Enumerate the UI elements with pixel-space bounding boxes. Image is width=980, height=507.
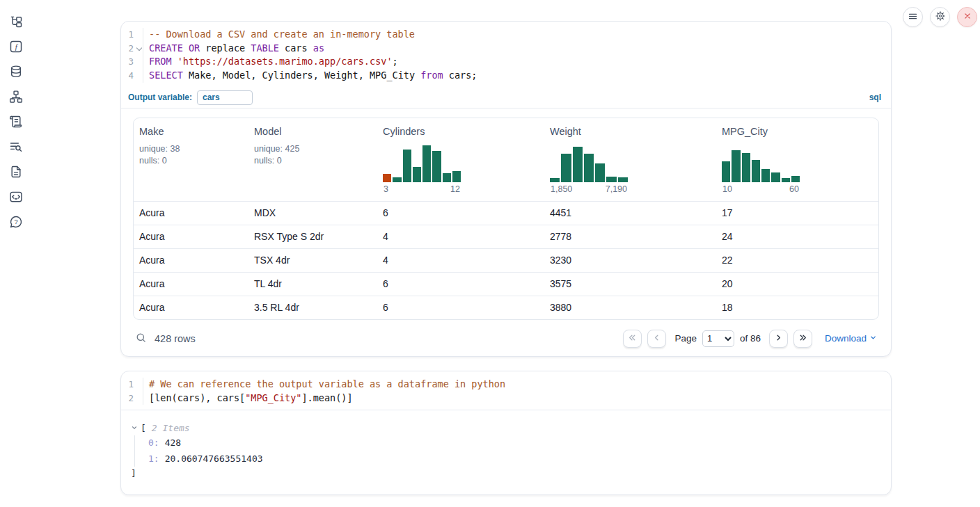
code-line[interactable]: 1-- Download a CSV and create an in-memo…: [121, 28, 891, 42]
menu-button[interactable]: [903, 7, 923, 27]
code-line[interactable]: 2CREATE OR replace TABLE cars as: [121, 42, 891, 56]
output-variable-label: Output variable:: [128, 92, 192, 102]
table-row: AcuraRSX Type S 2dr4277824: [134, 225, 878, 248]
chevrons-right-icon: [798, 333, 807, 344]
column-histogram: [722, 145, 800, 182]
cell-language-badge: sql: [869, 92, 881, 102]
page-select[interactable]: 1: [702, 330, 734, 347]
table-cell: 3.5 RL 4dr: [248, 296, 377, 319]
data-table: Makeunique: 38nulls: 0Modelunique: 425nu…: [133, 118, 879, 320]
scroll-icon: [9, 115, 23, 131]
sidebar-item-scratchpad[interactable]: [9, 115, 23, 129]
first-page-button[interactable]: [623, 330, 642, 348]
sidebar-item-logs[interactable]: [9, 140, 23, 154]
svg-text:?: ?: [14, 218, 17, 225]
table-cell: 18: [716, 296, 878, 319]
helper-sidebar: f ?: [0, 0, 32, 507]
table-cell: TSX 4dr: [248, 249, 377, 272]
notebook-actions: [903, 7, 977, 27]
output-variable-input[interactable]: [197, 90, 253, 105]
tree-collapse-toggle[interactable]: [131, 424, 138, 431]
column-header-make[interactable]: Makeunique: 38nulls: 0: [134, 118, 248, 201]
tree-item: 0:428: [148, 435, 878, 451]
code-line[interactable]: 2[len(cars), cars["MPG_City"].mean()]: [121, 392, 891, 405]
code-line[interactable]: 3FROM 'https://datasets.marimo.app/cars.…: [121, 55, 891, 69]
sidebar-item-help[interactable]: ?: [9, 216, 23, 230]
sql-cell: 1-- Download a CSV and create an in-memo…: [120, 21, 892, 357]
code-line[interactable]: 1# We can reference the output variable …: [121, 378, 891, 392]
table-cell: 20: [716, 273, 878, 296]
sql-cell-output: Makeunique: 38nulls: 0Modelunique: 425nu…: [121, 108, 891, 351]
tree-open-bracket: [: [141, 423, 146, 433]
table-row: AcuraMDX6445117: [134, 201, 878, 225]
table-cell: MDX: [248, 202, 377, 225]
tree-close-bracket: ]: [131, 467, 878, 481]
table-cell: 3880: [544, 296, 716, 319]
column-header-mpg_city[interactable]: MPG_City1060: [716, 118, 878, 201]
column-header-weight[interactable]: Weight1,8507,190: [544, 118, 716, 201]
sql-code-editor[interactable]: 1-- Download a CSV and create an in-memo…: [121, 22, 891, 88]
shutdown-button[interactable]: [957, 7, 977, 27]
last-page-button[interactable]: [793, 330, 812, 348]
gear-icon: [935, 10, 946, 24]
python-cell-output: [ 2 Items 0:4281:20.060747663551403 ]: [121, 410, 891, 481]
prev-page-button[interactable]: [647, 330, 666, 348]
chevron-right-icon: [774, 333, 783, 344]
settings-button[interactable]: [930, 7, 950, 27]
table-cell: 2778: [544, 225, 716, 248]
table-cell: Acura: [134, 273, 248, 296]
chevron-left-icon: [652, 333, 661, 344]
table-cell: Acura: [134, 249, 248, 272]
table-cell: Acura: [134, 225, 248, 248]
table-cell: RSX Type S 2dr: [248, 225, 377, 248]
code-snippet-icon: [9, 190, 23, 206]
table-cell: 6: [377, 202, 544, 225]
table-cell: Acura: [134, 202, 248, 225]
code-line[interactable]: 4SELECT Make, Model, Cylinders, Weight, …: [121, 69, 891, 83]
file-tree-icon: [9, 15, 23, 31]
table-search-button[interactable]: [135, 332, 147, 346]
table-row: AcuraTL 4dr6357520: [134, 272, 878, 296]
sidebar-item-snippets[interactable]: [9, 191, 23, 204]
hamburger-menu-icon: [908, 11, 918, 24]
table-footer: 428 rows Page 1 of 86: [133, 326, 879, 351]
sidebar-item-dependency-graph[interactable]: [9, 90, 23, 104]
sidebar-item-datasources[interactable]: [9, 65, 23, 79]
table-cell: Acura: [134, 296, 248, 319]
sidebar-item-file-explorer[interactable]: [9, 15, 23, 29]
sql-cell-footer: Output variable: sql: [121, 88, 891, 108]
search-icon: [135, 332, 147, 346]
page-total-label: of 86: [740, 333, 761, 344]
sidebar-item-variables[interactable]: f: [9, 40, 23, 54]
row-count-label: 428 rows: [155, 333, 196, 344]
table-cell: 17: [716, 202, 878, 225]
table-body: AcuraMDX6445117AcuraRSX Type S 2dr427782…: [134, 201, 878, 319]
table-row: Acura3.5 RL 4dr6388018: [134, 296, 878, 319]
pagination: Page 1 of 86 Download: [623, 330, 877, 348]
tree-item: 1:20.060747663551403: [148, 451, 878, 467]
table-row: AcuraTSX 4dr4323022: [134, 248, 878, 272]
table-header-row: Makeunique: 38nulls: 0Modelunique: 425nu…: [134, 118, 878, 201]
table-cell: 4: [377, 249, 544, 272]
table-cell: 3230: [544, 249, 716, 272]
column-header-cylinders[interactable]: Cylinders312: [377, 118, 544, 201]
fold-chevron-icon[interactable]: [136, 45, 142, 50]
close-icon: [963, 11, 972, 23]
chevron-down-icon: [869, 333, 877, 344]
python-code-editor[interactable]: 1# We can reference the output variable …: [121, 371, 891, 410]
tree-items: 0:4281:20.060747663551403: [134, 435, 878, 467]
column-header-model[interactable]: Modelunique: 425nulls: 0: [248, 118, 377, 201]
function-square-icon: f: [9, 40, 23, 56]
chevrons-left-icon: [628, 333, 637, 344]
next-page-button[interactable]: [769, 330, 788, 348]
table-cell: 4: [377, 225, 544, 248]
table-cell: 3575: [544, 273, 716, 296]
page-label: Page: [674, 333, 697, 344]
table-cell: TL 4dr: [248, 273, 377, 296]
download-button[interactable]: Download: [825, 333, 877, 344]
search-list-icon: [9, 140, 23, 156]
help-circle-icon: ?: [9, 215, 23, 231]
network-icon: [9, 90, 23, 106]
svg-text:f: f: [15, 42, 19, 50]
sidebar-item-documentation[interactable]: [9, 166, 23, 179]
